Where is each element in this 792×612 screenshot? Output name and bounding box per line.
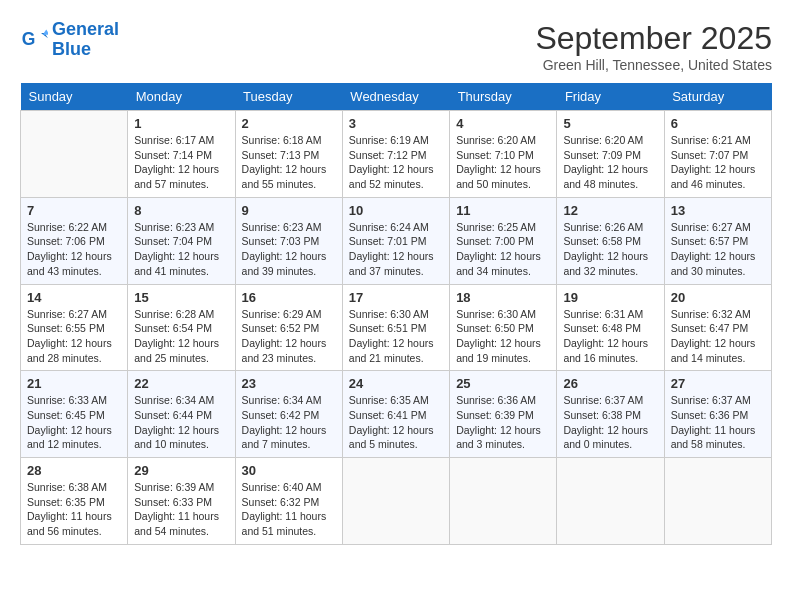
calendar-cell: 22Sunrise: 6:34 AMSunset: 6:44 PMDayligh… <box>128 371 235 458</box>
day-info: Sunrise: 6:22 AMSunset: 7:06 PMDaylight:… <box>27 220 121 279</box>
calendar-week-1: 1Sunrise: 6:17 AMSunset: 7:14 PMDaylight… <box>21 111 772 198</box>
day-info: Sunrise: 6:17 AMSunset: 7:14 PMDaylight:… <box>134 133 228 192</box>
calendar-week-3: 14Sunrise: 6:27 AMSunset: 6:55 PMDayligh… <box>21 284 772 371</box>
day-info: Sunrise: 6:30 AMSunset: 6:51 PMDaylight:… <box>349 307 443 366</box>
header-monday: Monday <box>128 83 235 111</box>
calendar-cell: 18Sunrise: 6:30 AMSunset: 6:50 PMDayligh… <box>450 284 557 371</box>
day-number: 21 <box>27 376 121 391</box>
day-info: Sunrise: 6:26 AMSunset: 6:58 PMDaylight:… <box>563 220 657 279</box>
day-info: Sunrise: 6:28 AMSunset: 6:54 PMDaylight:… <box>134 307 228 366</box>
header-thursday: Thursday <box>450 83 557 111</box>
calendar-table: SundayMondayTuesdayWednesdayThursdayFrid… <box>20 83 772 545</box>
calendar-cell: 10Sunrise: 6:24 AMSunset: 7:01 PMDayligh… <box>342 197 449 284</box>
day-number: 18 <box>456 290 550 305</box>
day-info: Sunrise: 6:39 AMSunset: 6:33 PMDaylight:… <box>134 480 228 539</box>
day-info: Sunrise: 6:23 AMSunset: 7:03 PMDaylight:… <box>242 220 336 279</box>
header-friday: Friday <box>557 83 664 111</box>
day-info: Sunrise: 6:18 AMSunset: 7:13 PMDaylight:… <box>242 133 336 192</box>
calendar-cell: 13Sunrise: 6:27 AMSunset: 6:57 PMDayligh… <box>664 197 771 284</box>
day-number: 24 <box>349 376 443 391</box>
day-number: 19 <box>563 290 657 305</box>
calendar-cell: 11Sunrise: 6:25 AMSunset: 7:00 PMDayligh… <box>450 197 557 284</box>
day-info: Sunrise: 6:37 AMSunset: 6:36 PMDaylight:… <box>671 393 765 452</box>
day-info: Sunrise: 6:23 AMSunset: 7:04 PMDaylight:… <box>134 220 228 279</box>
calendar-cell <box>342 458 449 545</box>
page-header: G General Blue September 2025 Green Hill… <box>20 20 772 73</box>
calendar-cell: 5Sunrise: 6:20 AMSunset: 7:09 PMDaylight… <box>557 111 664 198</box>
day-number: 27 <box>671 376 765 391</box>
day-number: 13 <box>671 203 765 218</box>
calendar-cell: 17Sunrise: 6:30 AMSunset: 6:51 PMDayligh… <box>342 284 449 371</box>
calendar-cell: 4Sunrise: 6:20 AMSunset: 7:10 PMDaylight… <box>450 111 557 198</box>
day-number: 14 <box>27 290 121 305</box>
calendar-cell: 23Sunrise: 6:34 AMSunset: 6:42 PMDayligh… <box>235 371 342 458</box>
calendar-cell: 12Sunrise: 6:26 AMSunset: 6:58 PMDayligh… <box>557 197 664 284</box>
day-number: 7 <box>27 203 121 218</box>
svg-marker-2 <box>43 29 48 34</box>
calendar-cell: 26Sunrise: 6:37 AMSunset: 6:38 PMDayligh… <box>557 371 664 458</box>
header-tuesday: Tuesday <box>235 83 342 111</box>
calendar-cell: 2Sunrise: 6:18 AMSunset: 7:13 PMDaylight… <box>235 111 342 198</box>
day-info: Sunrise: 6:32 AMSunset: 6:47 PMDaylight:… <box>671 307 765 366</box>
day-number: 12 <box>563 203 657 218</box>
header-sunday: Sunday <box>21 83 128 111</box>
calendar-cell: 24Sunrise: 6:35 AMSunset: 6:41 PMDayligh… <box>342 371 449 458</box>
calendar-cell <box>450 458 557 545</box>
calendar-cell: 8Sunrise: 6:23 AMSunset: 7:04 PMDaylight… <box>128 197 235 284</box>
day-number: 28 <box>27 463 121 478</box>
calendar-cell: 30Sunrise: 6:40 AMSunset: 6:32 PMDayligh… <box>235 458 342 545</box>
day-info: Sunrise: 6:37 AMSunset: 6:38 PMDaylight:… <box>563 393 657 452</box>
day-number: 29 <box>134 463 228 478</box>
day-number: 3 <box>349 116 443 131</box>
logo: G General Blue <box>20 20 119 60</box>
calendar-cell: 6Sunrise: 6:21 AMSunset: 7:07 PMDaylight… <box>664 111 771 198</box>
calendar-cell: 21Sunrise: 6:33 AMSunset: 6:45 PMDayligh… <box>21 371 128 458</box>
logo-general: General <box>52 19 119 39</box>
day-number: 2 <box>242 116 336 131</box>
day-number: 17 <box>349 290 443 305</box>
logo-icon: G <box>20 26 48 54</box>
day-number: 1 <box>134 116 228 131</box>
day-info: Sunrise: 6:36 AMSunset: 6:39 PMDaylight:… <box>456 393 550 452</box>
day-number: 26 <box>563 376 657 391</box>
title-block: September 2025 Green Hill, Tennessee, Un… <box>535 20 772 73</box>
calendar-week-4: 21Sunrise: 6:33 AMSunset: 6:45 PMDayligh… <box>21 371 772 458</box>
calendar-cell: 3Sunrise: 6:19 AMSunset: 7:12 PMDaylight… <box>342 111 449 198</box>
calendar-cell <box>557 458 664 545</box>
day-number: 20 <box>671 290 765 305</box>
calendar-week-2: 7Sunrise: 6:22 AMSunset: 7:06 PMDaylight… <box>21 197 772 284</box>
calendar-header-row: SundayMondayTuesdayWednesdayThursdayFrid… <box>21 83 772 111</box>
calendar-week-5: 28Sunrise: 6:38 AMSunset: 6:35 PMDayligh… <box>21 458 772 545</box>
day-number: 11 <box>456 203 550 218</box>
day-info: Sunrise: 6:24 AMSunset: 7:01 PMDaylight:… <box>349 220 443 279</box>
day-number: 23 <box>242 376 336 391</box>
calendar-cell: 7Sunrise: 6:22 AMSunset: 7:06 PMDaylight… <box>21 197 128 284</box>
calendar-cell: 15Sunrise: 6:28 AMSunset: 6:54 PMDayligh… <box>128 284 235 371</box>
day-info: Sunrise: 6:34 AMSunset: 6:44 PMDaylight:… <box>134 393 228 452</box>
day-info: Sunrise: 6:31 AMSunset: 6:48 PMDaylight:… <box>563 307 657 366</box>
calendar-cell: 28Sunrise: 6:38 AMSunset: 6:35 PMDayligh… <box>21 458 128 545</box>
calendar-cell: 14Sunrise: 6:27 AMSunset: 6:55 PMDayligh… <box>21 284 128 371</box>
logo-text: General Blue <box>52 20 119 60</box>
calendar-cell: 29Sunrise: 6:39 AMSunset: 6:33 PMDayligh… <box>128 458 235 545</box>
day-info: Sunrise: 6:38 AMSunset: 6:35 PMDaylight:… <box>27 480 121 539</box>
day-info: Sunrise: 6:27 AMSunset: 6:57 PMDaylight:… <box>671 220 765 279</box>
calendar-cell: 16Sunrise: 6:29 AMSunset: 6:52 PMDayligh… <box>235 284 342 371</box>
day-number: 16 <box>242 290 336 305</box>
day-info: Sunrise: 6:30 AMSunset: 6:50 PMDaylight:… <box>456 307 550 366</box>
calendar-cell: 9Sunrise: 6:23 AMSunset: 7:03 PMDaylight… <box>235 197 342 284</box>
logo-blue: Blue <box>52 39 91 59</box>
day-info: Sunrise: 6:29 AMSunset: 6:52 PMDaylight:… <box>242 307 336 366</box>
day-info: Sunrise: 6:21 AMSunset: 7:07 PMDaylight:… <box>671 133 765 192</box>
day-info: Sunrise: 6:19 AMSunset: 7:12 PMDaylight:… <box>349 133 443 192</box>
day-info: Sunrise: 6:20 AMSunset: 7:10 PMDaylight:… <box>456 133 550 192</box>
calendar-cell: 27Sunrise: 6:37 AMSunset: 6:36 PMDayligh… <box>664 371 771 458</box>
day-number: 4 <box>456 116 550 131</box>
calendar-cell: 1Sunrise: 6:17 AMSunset: 7:14 PMDaylight… <box>128 111 235 198</box>
day-number: 25 <box>456 376 550 391</box>
location: Green Hill, Tennessee, United States <box>535 57 772 73</box>
day-info: Sunrise: 6:35 AMSunset: 6:41 PMDaylight:… <box>349 393 443 452</box>
calendar-cell: 20Sunrise: 6:32 AMSunset: 6:47 PMDayligh… <box>664 284 771 371</box>
day-info: Sunrise: 6:33 AMSunset: 6:45 PMDaylight:… <box>27 393 121 452</box>
day-info: Sunrise: 6:27 AMSunset: 6:55 PMDaylight:… <box>27 307 121 366</box>
